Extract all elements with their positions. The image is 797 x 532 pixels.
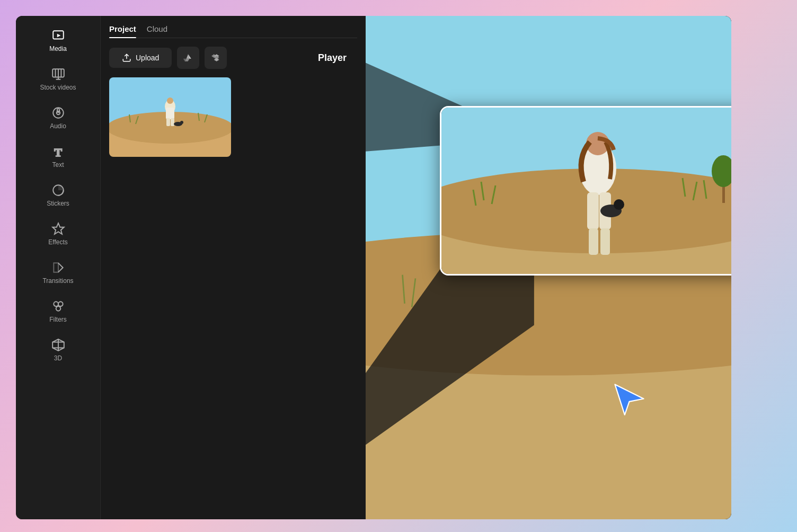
filters-icon xyxy=(51,299,65,313)
dropbox-icon xyxy=(210,52,221,63)
svg-marker-66 xyxy=(615,384,643,414)
svg-rect-28 xyxy=(166,118,170,126)
player-label: Player xyxy=(318,52,357,64)
player-area xyxy=(366,16,731,519)
upload-button[interactable]: Upload xyxy=(109,48,172,68)
sidebar-item-transitions-label: Transitions xyxy=(42,277,73,285)
svg-rect-27 xyxy=(166,108,174,119)
sidebar-item-filters-label: Filters xyxy=(49,316,67,323)
3d-icon xyxy=(51,338,65,352)
toolbar-row: Upload xyxy=(109,47,357,69)
stock-videos-icon xyxy=(51,67,65,81)
svg-rect-60 xyxy=(587,192,599,229)
text-icon: T xyxy=(51,145,65,158)
svg-rect-64 xyxy=(589,228,598,255)
sidebar-item-effects-label: Effects xyxy=(48,238,67,246)
main-content: Project Cloud Upload xyxy=(101,16,731,519)
transitions-icon xyxy=(51,261,65,274)
svg-point-15 xyxy=(58,302,63,306)
dropbox-button[interactable] xyxy=(205,47,227,69)
zoomed-preview-box xyxy=(440,106,731,276)
upload-icon xyxy=(122,53,131,63)
svg-marker-13 xyxy=(52,223,64,234)
svg-marker-1 xyxy=(57,34,60,38)
tab-cloud[interactable]: Cloud xyxy=(147,24,167,38)
tab-project[interactable]: Project xyxy=(109,24,136,38)
svg-point-31 xyxy=(180,121,183,124)
content-row: Project Cloud Upload xyxy=(101,16,731,519)
sidebar-item-effects[interactable]: Effects xyxy=(16,215,100,253)
media-icon xyxy=(51,29,65,42)
beach-thumbnail-svg xyxy=(109,77,231,157)
sidebar-item-filters[interactable]: Filters xyxy=(16,292,100,331)
sidebar-item-audio-label: Audio xyxy=(50,122,66,130)
sidebar-item-stock-videos[interactable]: Stock videos xyxy=(16,60,100,99)
sidebar-item-stickers[interactable]: Stickers xyxy=(16,176,100,215)
sidebar-item-3d[interactable]: 3D xyxy=(16,331,100,369)
svg-point-26 xyxy=(167,97,173,104)
svg-text:T: T xyxy=(54,146,62,158)
svg-rect-65 xyxy=(600,228,610,255)
sidebar-item-3d-label: 3D xyxy=(54,354,62,362)
media-thumbnail[interactable] xyxy=(109,77,231,157)
effects-icon xyxy=(51,222,65,236)
google-drive-icon xyxy=(183,52,193,63)
svg-rect-29 xyxy=(171,118,174,126)
svg-point-63 xyxy=(614,199,624,210)
cursor-arrow xyxy=(612,382,647,416)
audio-icon xyxy=(51,106,65,120)
cursor-svg xyxy=(612,382,647,416)
app-window: Media Stock videos Audio xyxy=(16,16,731,519)
sidebar-item-text-label: Text xyxy=(52,161,64,169)
sidebar-item-audio[interactable]: Audio xyxy=(16,99,100,137)
stickers-icon xyxy=(51,183,65,197)
upload-label: Upload xyxy=(136,54,159,62)
sidebar-item-media-label: Media xyxy=(49,45,67,52)
media-panel: Project Cloud Upload xyxy=(101,16,366,519)
sidebar-item-transitions[interactable]: Transitions xyxy=(16,253,100,292)
sidebar-item-media[interactable]: Media xyxy=(16,21,100,60)
sidebar-item-text[interactable]: T Text xyxy=(16,137,100,176)
sidebar-item-stock-videos-label: Stock videos xyxy=(40,84,76,91)
sidebar: Media Stock videos Audio xyxy=(16,16,101,519)
svg-point-14 xyxy=(54,302,58,306)
svg-point-16 xyxy=(56,306,60,311)
zoomed-beach-svg xyxy=(441,108,731,276)
tabs-row: Project Cloud xyxy=(109,24,357,38)
media-grid xyxy=(109,77,357,157)
google-drive-button[interactable] xyxy=(177,47,199,69)
sidebar-item-stickers-label: Stickers xyxy=(47,200,69,207)
